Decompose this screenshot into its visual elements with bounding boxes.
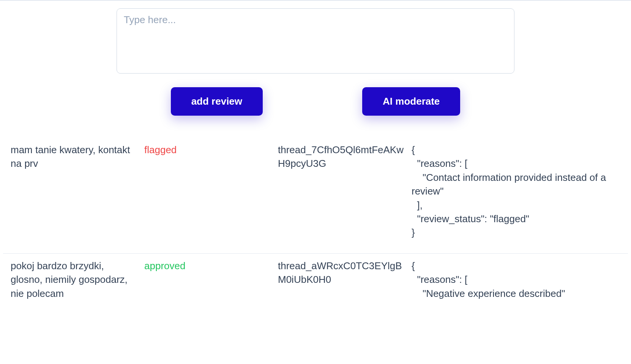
result-cell: { "reasons": [ "Contact information prov… (412, 143, 620, 240)
input-wrapper (3, 1, 628, 74)
status-cell: approved (144, 259, 278, 300)
status-badge: approved (144, 260, 185, 271)
main-container: add review AI moderate mam tanie kwatery… (0, 1, 631, 314)
thread-id-cell: thread_aWRcxC0TC3EYlgBM0iUbK0H0 (278, 259, 412, 300)
thread-id-cell: thread_7CfhO5Ql6mtFeAKwH9pcyU3G (278, 143, 412, 240)
result-cell: { "reasons": [ "Negative experience desc… (412, 259, 620, 300)
status-cell: flagged (144, 143, 278, 240)
review-text-cell: pokoj bardzo brzydki, glosno, niemily go… (11, 259, 144, 300)
reviews-table: mam tanie kwatery, kontakt na prv flagge… (3, 138, 628, 314)
table-row: pokoj bardzo brzydki, glosno, niemily go… (3, 254, 628, 314)
review-text-cell: mam tanie kwatery, kontakt na prv (11, 143, 144, 240)
status-badge: flagged (144, 144, 177, 155)
add-review-button[interactable]: add review (171, 87, 263, 116)
review-input[interactable] (117, 8, 514, 74)
ai-moderate-button[interactable]: AI moderate (362, 87, 460, 116)
button-row: add review AI moderate (3, 74, 628, 138)
table-row: mam tanie kwatery, kontakt na prv flagge… (3, 138, 628, 254)
